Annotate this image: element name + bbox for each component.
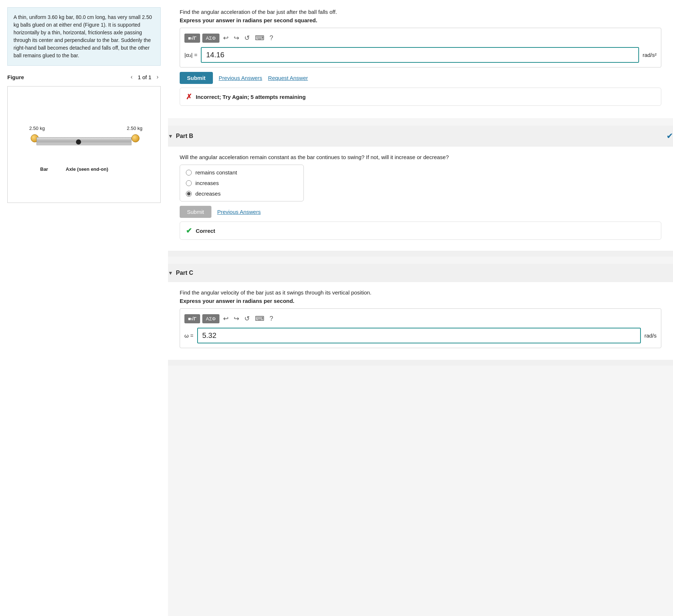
undo-btn-c[interactable]: ↩ [222,313,230,324]
figure-prev-button[interactable]: ‹ [129,73,135,81]
part-c-section: ▼ Part C Find the angular velocity of th… [168,264,673,366]
part-b-prev-answers-btn[interactable]: Previous Answers [217,209,261,215]
part-b-submit-row: Submit Previous Answers [180,206,661,218]
refresh-btn-c[interactable]: ↺ [243,313,251,324]
redo-btn-c[interactable]: ↪ [232,313,241,324]
problem-description: A thin, uniform 3.60 kg bar, 80.0 cm lon… [7,7,161,66]
axle-label: Axle (seen end-on) [66,166,108,172]
figure-nav: ‹ 1 of 1 › [129,73,161,81]
part-a-submit-btn[interactable]: Submit [180,72,213,84]
radio-increases-input[interactable] [186,180,192,186]
part-c-question: Find the angular velocity of the bar jus… [180,289,661,296]
part-c-content: Find the angular velocity of the bar jus… [168,282,673,360]
keyboard-btn-c[interactable]: ⌨ [253,313,266,324]
part-b-content: Will the angular acceleration remain con… [168,147,673,251]
radio-remains-constant-input[interactable] [186,170,192,176]
mass-right-label: 2.50 kg [127,126,142,131]
part-a-submit-row: Submit Previous Answers Request Answer [180,72,661,84]
help-btn-c[interactable]: ? [268,313,275,324]
part-b-section: ▼ Part B ✔ Will the angular acceleration… [168,126,673,257]
radio-decreases-label: decreases [195,190,221,197]
part-a-feedback: ✗ Incorrect; Try Again; 5 attempts remai… [180,88,661,106]
part-c-header: ▼ Part C [168,270,673,276]
part-a-unit: rad/s² [643,52,657,58]
part-a-request-answer-btn[interactable]: Request Answer [268,75,308,81]
left-panel: A thin, uniform 3.60 kg bar, 80.0 cm lon… [0,0,168,616]
radio-remains-constant-label: remains constant [195,169,237,176]
part-c-input-field[interactable] [197,328,641,343]
math-input-row-c: ω = rad/s [184,328,657,343]
part-a-prev-answers-btn[interactable]: Previous Answers [219,75,262,81]
part-a-instruction: Express your answer in radians per secon… [180,17,661,23]
math-toolbar-c: ■√Γ ΑΣΦ ↩ ↪ ↺ ⌨ ? [184,313,657,324]
radio-decreases[interactable]: decreases [186,190,298,197]
math-btn-sym-a[interactable]: ΑΣΦ [202,34,219,43]
part-c-title: Part C [176,270,193,276]
figure-nav-text: 1 of 1 [138,74,152,80]
part-b-toggle[interactable]: ▼ [168,133,173,139]
part-a-input-label: |α₂| = [184,52,197,58]
part-b-feedback-text: Correct [196,228,215,234]
undo-btn-a[interactable]: ↩ [222,32,230,43]
figure-next-button[interactable]: › [154,73,161,81]
radio-increases-label: increases [195,180,219,186]
figure-scroll: 2.50 kg 2.50 kg Bar Axle (seen end-on) [8,86,160,203]
part-b-checkmark: ✔ [666,131,673,141]
bar-label: Bar [40,166,48,172]
refresh-btn-a[interactable]: ↺ [243,32,251,43]
part-c-toggle[interactable]: ▼ [168,270,173,276]
radio-increases[interactable]: increases [186,180,298,186]
part-a-question: Find the angular acceleration of the bar… [180,9,661,15]
redo-btn-a[interactable]: ↪ [232,32,241,43]
part-b-question: Will the angular acceleration remain con… [180,154,661,160]
math-btn-template-a[interactable]: ■√Γ [184,34,200,43]
part-b-title: Part B [176,133,193,139]
problem-text: A thin, uniform 3.60 kg bar, 80.0 cm lon… [14,14,152,58]
keyboard-btn-a[interactable]: ⌨ [253,32,266,43]
correct-icon: ✔ [186,226,192,235]
right-panel: Find the angular acceleration of the bar… [168,0,673,616]
math-input-row-a: |α₂| = rad/s² [184,47,657,63]
part-a-input-field[interactable] [201,47,639,63]
bar-diagram: 2.50 kg 2.50 kg Bar Axle (seen end-on) [22,104,146,185]
radio-remains-constant[interactable]: remains constant [186,169,298,176]
part-b-radio-group: remains constant increases decreases [180,165,304,201]
part-b-feedback: ✔ Correct [180,222,661,240]
part-a-feedback-text: Incorrect; Try Again; 5 attempts remaini… [196,94,306,100]
part-b-submit-btn: Submit [180,206,211,218]
part-b-header: ▼ Part B ✔ [168,131,673,141]
math-toolbar-a: ■√Γ ΑΣΦ ↩ ↪ ↺ ⌨ ? [184,32,657,43]
bar-rect [37,137,131,145]
part-a-input-area: ■√Γ ΑΣΦ ↩ ↪ ↺ ⌨ ? |α₂| = rad/s² [180,28,661,68]
part-c-input-area: ■√Γ ΑΣΦ ↩ ↪ ↺ ⌨ ? ω = rad/s [180,308,661,348]
incorrect-icon: ✗ [186,92,192,101]
math-btn-sym-c[interactable]: ΑΣΦ [202,314,219,323]
right-content: Find the angular acceleration of the bar… [168,0,673,118]
part-c-unit: rad/s [645,332,657,339]
math-btn-template-c[interactable]: ■√Γ [184,314,200,323]
radio-decreases-input[interactable] [186,191,192,197]
ball-right [131,134,139,142]
figure-label: Figure [7,74,24,80]
figure-container: 2.50 kg 2.50 kg Bar Axle (seen end-on) [7,86,161,203]
mass-left-label: 2.50 kg [29,126,45,131]
part-c-input-label: ω = [184,332,194,339]
part-c-instruction: Express your answer in radians per secon… [180,298,661,304]
help-btn-a[interactable]: ? [268,33,275,43]
axle-dot [76,139,81,145]
